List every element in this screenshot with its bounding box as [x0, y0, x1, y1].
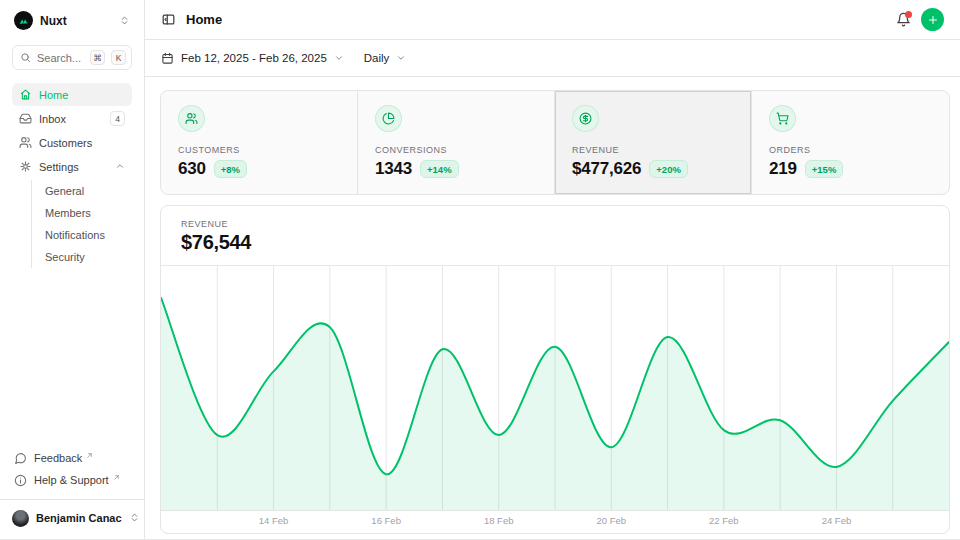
search-input[interactable]: Search... ⌘ K [12, 45, 132, 70]
filters-toolbar: Feb 12, 2025 - Feb 26, 2025 Daily [145, 40, 960, 77]
notification-dot [905, 11, 912, 18]
sidebar-item-members[interactable]: Members [45, 202, 132, 224]
kbd-cmd: ⌘ [90, 50, 105, 65]
stat-value: 630 [178, 159, 206, 179]
chart-label: REVENUE [181, 219, 929, 229]
calendar-icon [161, 52, 174, 65]
nuxt-logo-icon [14, 11, 33, 30]
sidebar-toggle-button[interactable] [161, 12, 176, 27]
sidebar-item-security[interactable]: Security [45, 246, 132, 268]
stats-row: CUSTOMERS 630 +8% CONVERSIONS 1343 +14% [160, 90, 950, 195]
stat-delta-badge: +14% [420, 160, 459, 178]
search-placeholder: Search... [37, 52, 84, 64]
granularity-label: Daily [364, 52, 390, 64]
date-range-picker[interactable]: Feb 12, 2025 - Feb 26, 2025 [161, 52, 344, 65]
app-window: Nuxt Search... ⌘ K Home [0, 0, 960, 540]
chat-bubble-icon [14, 452, 27, 465]
x-tick-label: 20 Feb [596, 515, 626, 526]
sidebar-item-notifications[interactable]: Notifications [45, 224, 132, 246]
stat-label: REVENUE [572, 145, 734, 155]
stat-label: ORDERS [769, 145, 932, 155]
chevron-up-icon [115, 161, 125, 173]
chart-x-axis: 14 Feb16 Feb18 Feb20 Feb22 Feb24 Feb [161, 511, 949, 533]
feedback-label: Feedback [34, 452, 82, 464]
stat-delta-badge: +8% [214, 160, 247, 178]
stat-label: CUSTOMERS [178, 145, 340, 155]
x-tick-label: 14 Feb [259, 515, 289, 526]
feedback-link[interactable]: Feedback [12, 447, 132, 469]
info-icon [14, 474, 27, 487]
stat-delta-badge: +20% [649, 160, 688, 178]
dashboard-content: CUSTOMERS 630 +8% CONVERSIONS 1343 +14% [145, 77, 960, 534]
revenue-area-chart[interactable] [161, 266, 949, 511]
users-icon [19, 136, 32, 149]
home-icon [19, 88, 32, 101]
chart-header: REVENUE $76,544 [161, 206, 949, 266]
chevron-down-icon [334, 53, 344, 63]
pie-chart-icon [375, 105, 402, 132]
add-button[interactable] [921, 8, 944, 31]
stat-card-conversions[interactable]: CONVERSIONS 1343 +14% [358, 91, 555, 194]
x-tick-label: 22 Feb [709, 515, 739, 526]
sidebar-item-general[interactable]: General [45, 180, 132, 202]
sidebar-spacer [12, 268, 132, 447]
stat-value: $477,626 [572, 159, 641, 179]
workspace-selector[interactable]: Nuxt [12, 11, 132, 30]
workspace-name: Nuxt [40, 14, 112, 28]
shopping-cart-icon [769, 105, 796, 132]
sidebar-item-settings[interactable]: Settings [12, 155, 132, 178]
page-title: Home [186, 12, 222, 27]
sidebar-item-label: Settings [39, 161, 108, 173]
external-link-icon [113, 471, 120, 483]
circle-dollar-icon [572, 105, 599, 132]
main-area: Home Feb 12, 2025 - Feb 26, 2025 [145, 0, 960, 539]
sidebar-item-customers[interactable]: Customers [12, 131, 132, 154]
chart-value: $76,544 [181, 231, 929, 254]
chevron-down-icon [396, 53, 406, 63]
sidebar-item-inbox[interactable]: Inbox 4 [12, 107, 132, 130]
chevrons-up-down-icon [129, 509, 140, 527]
notifications-button[interactable] [896, 12, 911, 27]
search-icon [20, 52, 31, 63]
inbox-count-badge: 4 [110, 111, 125, 126]
date-range-label: Feb 12, 2025 - Feb 26, 2025 [181, 52, 327, 64]
external-link-icon [86, 449, 93, 461]
x-tick-label: 18 Feb [484, 515, 514, 526]
help-support-link[interactable]: Help & Support [12, 469, 132, 491]
sidebar-item-label: Home [39, 89, 125, 101]
settings-submenu: General Members Notifications Security [31, 180, 132, 268]
avatar [12, 510, 29, 527]
revenue-chart-svg [161, 266, 949, 511]
stat-card-customers[interactable]: CUSTOMERS 630 +8% [161, 91, 358, 194]
sidebar-nav: Home Inbox 4 Customers Settings [12, 83, 132, 268]
stat-card-orders[interactable]: ORDERS 219 +15% [752, 91, 949, 194]
kbd-k: K [111, 50, 126, 65]
gear-icon [19, 160, 32, 173]
revenue-chart-card: REVENUE $76,544 14 Feb16 Feb18 Feb20 Feb… [160, 205, 950, 534]
stat-value: 219 [769, 159, 797, 179]
x-tick-label: 16 Feb [371, 515, 401, 526]
stat-card-revenue[interactable]: REVENUE $477,626 +20% [555, 91, 752, 194]
user-menu[interactable]: Benjamin Canac [0, 499, 144, 529]
sidebar-item-home[interactable]: Home [12, 83, 132, 106]
sidebar: Nuxt Search... ⌘ K Home [0, 0, 145, 539]
sidebar-item-label: Customers [39, 137, 125, 149]
page-header: Home [145, 0, 960, 40]
granularity-select[interactable]: Daily [364, 52, 407, 64]
stat-value: 1343 [375, 159, 412, 179]
stat-delta-badge: +15% [805, 160, 844, 178]
stat-label: CONVERSIONS [375, 145, 537, 155]
sidebar-item-label: Inbox [39, 113, 103, 125]
help-support-label: Help & Support [34, 474, 109, 486]
x-tick-label: 24 Feb [822, 515, 852, 526]
users-icon [178, 105, 205, 132]
user-name: Benjamin Canac [36, 512, 122, 524]
chevrons-up-down-icon [119, 12, 130, 30]
inbox-icon [19, 112, 32, 125]
